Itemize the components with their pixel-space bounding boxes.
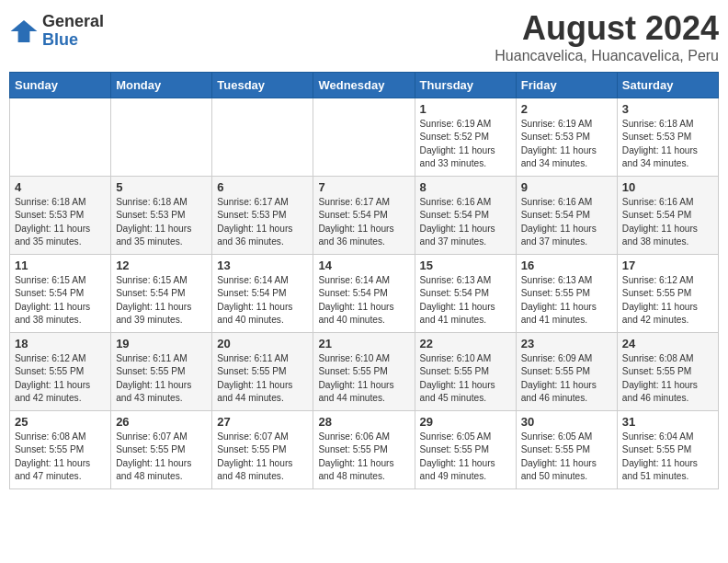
week-row-5: 25Sunrise: 6:08 AM Sunset: 5:55 PM Dayli… (10, 411, 719, 489)
calendar-cell: 7Sunrise: 6:17 AM Sunset: 5:54 PM Daylig… (313, 177, 415, 255)
cell-content: Sunrise: 6:07 AM Sunset: 5:55 PM Dayligh… (116, 431, 207, 483)
day-number: 20 (217, 337, 308, 350)
day-number: 11 (15, 259, 106, 272)
week-row-4: 18Sunrise: 6:12 AM Sunset: 5:55 PM Dayli… (10, 333, 719, 411)
calendar-cell: 23Sunrise: 6:09 AM Sunset: 5:55 PM Dayli… (516, 333, 617, 411)
cell-content: Sunrise: 6:05 AM Sunset: 5:55 PM Dayligh… (521, 431, 612, 483)
calendar-table: SundayMondayTuesdayWednesdayThursdayFrid… (9, 72, 719, 489)
calendar-cell (212, 98, 313, 177)
day-number: 1 (420, 102, 511, 116)
header-row: SundayMondayTuesdayWednesdayThursdayFrid… (10, 73, 719, 98)
calendar-cell: 3Sunrise: 6:18 AM Sunset: 5:53 PM Daylig… (617, 98, 718, 177)
cell-content: Sunrise: 6:13 AM Sunset: 5:54 PM Dayligh… (420, 274, 511, 327)
day-number: 26 (116, 415, 207, 429)
cell-content: Sunrise: 6:08 AM Sunset: 5:55 PM Dayligh… (622, 352, 713, 405)
logo-text: General Blue (42, 13, 104, 50)
day-number: 24 (622, 337, 713, 350)
cell-content: Sunrise: 6:13 AM Sunset: 5:55 PM Dayligh… (521, 274, 612, 327)
cell-content: Sunrise: 6:16 AM Sunset: 5:54 PM Dayligh… (420, 196, 511, 248)
week-row-1: 1Sunrise: 6:19 AM Sunset: 5:52 PM Daylig… (10, 98, 719, 177)
cell-content: Sunrise: 6:12 AM Sunset: 5:55 PM Dayligh… (15, 352, 106, 405)
header-wednesday: Wednesday (313, 73, 415, 98)
logo-general-text: General (42, 13, 104, 31)
cell-content: Sunrise: 6:09 AM Sunset: 5:55 PM Dayligh… (521, 352, 612, 405)
calendar-cell: 8Sunrise: 6:16 AM Sunset: 5:54 PM Daylig… (415, 177, 516, 255)
calendar-cell: 18Sunrise: 6:12 AM Sunset: 5:55 PM Dayli… (10, 333, 111, 411)
cell-content: Sunrise: 6:14 AM Sunset: 5:54 PM Dayligh… (318, 274, 409, 327)
header-monday: Monday (111, 73, 212, 98)
location-subtitle: Huancavelica, Huancavelica, Peru (495, 48, 719, 64)
day-number: 30 (521, 415, 612, 429)
day-number: 25 (15, 415, 106, 429)
header-tuesday: Tuesday (212, 73, 313, 98)
calendar-cell: 2Sunrise: 6:19 AM Sunset: 5:53 PM Daylig… (516, 98, 617, 177)
cell-content: Sunrise: 6:18 AM Sunset: 5:53 PM Dayligh… (116, 196, 207, 248)
logo[interactable]: General Blue (9, 13, 104, 50)
day-number: 7 (318, 180, 409, 194)
day-number: 5 (116, 180, 207, 194)
day-number: 12 (116, 259, 207, 272)
cell-content: Sunrise: 6:18 AM Sunset: 5:53 PM Dayligh… (622, 118, 713, 170)
day-number: 10 (622, 180, 713, 194)
day-number: 23 (521, 337, 612, 350)
calendar-cell: 29Sunrise: 6:05 AM Sunset: 5:55 PM Dayli… (415, 411, 516, 489)
day-number: 28 (318, 415, 409, 429)
calendar-cell: 1Sunrise: 6:19 AM Sunset: 5:52 PM Daylig… (415, 98, 516, 177)
cell-content: Sunrise: 6:06 AM Sunset: 5:55 PM Dayligh… (318, 431, 409, 483)
calendar-cell: 13Sunrise: 6:14 AM Sunset: 5:54 PM Dayli… (212, 255, 313, 333)
cell-content: Sunrise: 6:16 AM Sunset: 5:54 PM Dayligh… (521, 196, 612, 248)
calendar-cell: 19Sunrise: 6:11 AM Sunset: 5:55 PM Dayli… (111, 333, 212, 411)
calendar-cell: 24Sunrise: 6:08 AM Sunset: 5:55 PM Dayli… (617, 333, 718, 411)
calendar-cell (10, 98, 111, 177)
calendar-cell: 15Sunrise: 6:13 AM Sunset: 5:54 PM Dayli… (415, 255, 516, 333)
cell-content: Sunrise: 6:04 AM Sunset: 5:55 PM Dayligh… (622, 431, 713, 483)
cell-content: Sunrise: 6:11 AM Sunset: 5:55 PM Dayligh… (116, 352, 207, 405)
cell-content: Sunrise: 6:08 AM Sunset: 5:55 PM Dayligh… (15, 431, 106, 483)
cell-content: Sunrise: 6:15 AM Sunset: 5:54 PM Dayligh… (116, 274, 207, 327)
title-area: August 2024 Huancavelica, Huancavelica, … (495, 9, 719, 64)
day-number: 22 (420, 337, 511, 350)
calendar-cell: 26Sunrise: 6:07 AM Sunset: 5:55 PM Dayli… (111, 411, 212, 489)
month-year-title: August 2024 (495, 9, 719, 48)
logo-blue-text: Blue (42, 31, 104, 50)
day-number: 4 (15, 180, 106, 194)
calendar-cell (313, 98, 415, 177)
day-number: 14 (318, 259, 409, 272)
calendar-cell: 22Sunrise: 6:10 AM Sunset: 5:55 PM Dayli… (415, 333, 516, 411)
calendar-cell: 10Sunrise: 6:16 AM Sunset: 5:54 PM Dayli… (617, 177, 718, 255)
calendar-cell: 5Sunrise: 6:18 AM Sunset: 5:53 PM Daylig… (111, 177, 212, 255)
calendar-cell: 27Sunrise: 6:07 AM Sunset: 5:55 PM Dayli… (212, 411, 313, 489)
cell-content: Sunrise: 6:17 AM Sunset: 5:53 PM Dayligh… (217, 196, 308, 248)
cell-content: Sunrise: 6:16 AM Sunset: 5:54 PM Dayligh… (622, 196, 713, 248)
calendar-cell: 20Sunrise: 6:11 AM Sunset: 5:55 PM Dayli… (212, 333, 313, 411)
day-number: 16 (521, 259, 612, 272)
cell-content: Sunrise: 6:19 AM Sunset: 5:52 PM Dayligh… (420, 118, 511, 170)
day-number: 15 (420, 259, 511, 272)
calendar-cell: 14Sunrise: 6:14 AM Sunset: 5:54 PM Dayli… (313, 255, 415, 333)
day-number: 27 (217, 415, 308, 429)
header: General Blue August 2024 Huancavelica, H… (9, 9, 719, 64)
day-number: 3 (622, 102, 713, 116)
calendar-cell: 30Sunrise: 6:05 AM Sunset: 5:55 PM Dayli… (516, 411, 617, 489)
calendar-cell: 6Sunrise: 6:17 AM Sunset: 5:53 PM Daylig… (212, 177, 313, 255)
day-number: 17 (622, 259, 713, 272)
calendar-cell: 31Sunrise: 6:04 AM Sunset: 5:55 PM Dayli… (617, 411, 718, 489)
day-number: 19 (116, 337, 207, 350)
cell-content: Sunrise: 6:10 AM Sunset: 5:55 PM Dayligh… (318, 352, 409, 405)
calendar-cell: 12Sunrise: 6:15 AM Sunset: 5:54 PM Dayli… (111, 255, 212, 333)
week-row-2: 4Sunrise: 6:18 AM Sunset: 5:53 PM Daylig… (10, 177, 719, 255)
calendar-body: 1Sunrise: 6:19 AM Sunset: 5:52 PM Daylig… (10, 98, 719, 489)
calendar-cell: 9Sunrise: 6:16 AM Sunset: 5:54 PM Daylig… (516, 177, 617, 255)
calendar-cell: 4Sunrise: 6:18 AM Sunset: 5:53 PM Daylig… (10, 177, 111, 255)
day-number: 21 (318, 337, 409, 350)
calendar-cell: 17Sunrise: 6:12 AM Sunset: 5:55 PM Dayli… (617, 255, 718, 333)
day-number: 13 (217, 259, 308, 272)
cell-content: Sunrise: 6:19 AM Sunset: 5:53 PM Dayligh… (521, 118, 612, 170)
cell-content: Sunrise: 6:07 AM Sunset: 5:55 PM Dayligh… (217, 431, 308, 483)
cell-content: Sunrise: 6:10 AM Sunset: 5:55 PM Dayligh… (420, 352, 511, 405)
cell-content: Sunrise: 6:17 AM Sunset: 5:54 PM Dayligh… (318, 196, 409, 248)
cell-content: Sunrise: 6:05 AM Sunset: 5:55 PM Dayligh… (420, 431, 511, 483)
calendar-cell: 21Sunrise: 6:10 AM Sunset: 5:55 PM Dayli… (313, 333, 415, 411)
cell-content: Sunrise: 6:12 AM Sunset: 5:55 PM Dayligh… (622, 274, 713, 327)
day-number: 31 (622, 415, 713, 429)
